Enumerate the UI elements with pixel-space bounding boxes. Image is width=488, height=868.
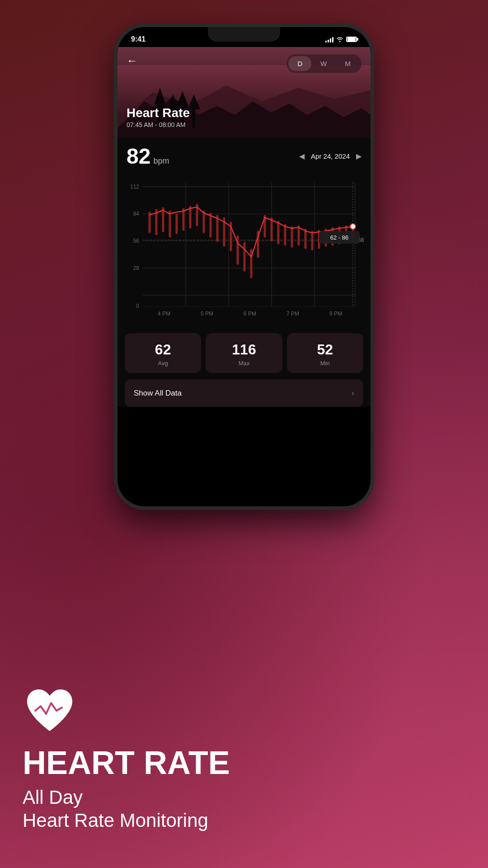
signal-bars-icon [325,36,333,42]
heart-rate-icon-large [23,686,77,736]
status-time: 9:41 [131,35,145,43]
date-prev-button[interactable]: ◀ [299,152,305,160]
heart-rate-chart[interactable]: 112 84 56 28 0 68 [123,173,365,327]
show-all-data-button[interactable]: Show All Data › [125,379,363,407]
bpm-number: 82 [127,144,150,169]
battery-icon [346,37,357,42]
svg-text:7 PM: 7 PM [286,311,299,317]
screen-header: ← D W M Heart Rate 07:45 AM - 08:00 AM [117,47,371,137]
svg-text:6 PM: 6 PM [244,311,256,317]
header-title: Heart Rate [127,106,190,120]
svg-text:0: 0 [136,303,139,309]
bpm-display: 82 bpm [127,144,169,169]
time-btn-d[interactable]: D [288,56,311,71]
svg-rect-10 [192,107,195,128]
back-button[interactable]: ← [127,54,137,67]
svg-text:8 PM: 8 PM [329,311,342,317]
phone-notch [208,27,280,42]
stat-avg-value: 62 [129,341,197,358]
screen-content: 82 bpm ◀ Apr 24, 2024 ▶ [117,137,371,407]
phone-screen: 9:41 [117,27,371,506]
stat-max-value: 116 [210,341,277,358]
date-next-button[interactable]: ▶ [356,152,361,160]
chart-svg: 112 84 56 28 0 68 [123,173,365,327]
header-info: Heart Rate 07:45 AM - 08:00 AM [127,106,190,128]
app-subtitle: All Day Heart Rate Monitoring [23,786,465,832]
stat-avg-label: Avg [129,360,197,367]
bottom-branding: HEART RATE All Day Heart Rate Monitoring [0,686,488,868]
header-nav: ← D W M [117,47,371,73]
chevron-right-icon: › [352,388,354,398]
status-icons [325,36,357,42]
stat-card-avg: 62 Avg [125,333,201,373]
svg-text:28: 28 [133,265,140,271]
bpm-unit: bpm [153,156,169,166]
phone-frame: 9:41 [117,27,371,506]
svg-text:62 - 86: 62 - 86 [330,234,348,241]
date-navigator: ◀ Apr 24, 2024 ▶ [299,152,361,160]
svg-text:5 PM: 5 PM [201,311,213,317]
svg-text:112: 112 [130,184,139,190]
wifi-icon [336,37,343,42]
stat-max-label: Max [210,360,277,367]
bpm-row: 82 bpm ◀ Apr 24, 2024 ▶ [125,137,363,173]
time-btn-m[interactable]: M [336,56,360,71]
stat-card-min: 52 Min [287,333,363,373]
stats-row: 62 Avg 116 Max 52 Min [125,327,363,379]
time-selector: D W M [286,54,361,73]
svg-text:4 PM: 4 PM [158,311,170,317]
stat-min-label: Min [291,360,359,367]
stat-card-max: 116 Max [206,333,282,373]
date-display: Apr 24, 2024 [311,152,350,160]
svg-text:56: 56 [133,238,140,244]
app-title: HEART RATE [23,746,465,779]
show-all-label: Show All Data [134,389,182,398]
time-btn-w[interactable]: W [311,56,336,71]
svg-text:84: 84 [133,211,140,217]
header-time-range: 07:45 AM - 08:00 AM [127,121,190,128]
stat-min-value: 52 [291,341,359,358]
